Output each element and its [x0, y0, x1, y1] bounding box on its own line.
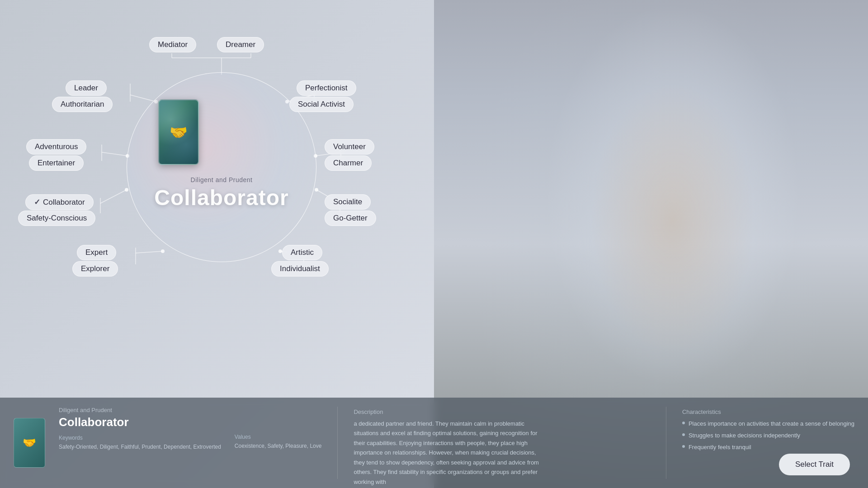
characteristic-item-3: Frequently feels tranquil	[682, 443, 854, 451]
trait-node-mediator[interactable]: Mediator	[149, 37, 196, 52]
characteristics-label: Characteristics	[682, 408, 854, 415]
trait-node-explorer[interactable]: Explorer	[72, 261, 118, 277]
panel-identity-section: Diligent and Prudent Collaborator Keywor…	[59, 407, 221, 479]
panel-card-title: Collaborator	[59, 415, 221, 429]
svg-line-23	[136, 251, 163, 253]
svg-line-11	[102, 152, 127, 156]
char-bullet-2	[682, 433, 685, 436]
panel-card-subtitle: Diligent and Prudent	[59, 407, 221, 413]
values-value: Coexistence, Safety, Pleasure, Love	[235, 442, 322, 450]
trait-node-social-activist[interactable]: Social Activist	[289, 97, 354, 112]
center-title: Collaborator	[122, 185, 321, 210]
panel-divider-1	[337, 407, 338, 479]
characteristic-text-1: Places importance on activities that cre…	[689, 420, 854, 428]
trait-node-adventurous[interactable]: Adventurous	[26, 139, 86, 155]
characteristic-item-2: Struggles to make decisions independentl…	[682, 432, 854, 440]
trait-node-go-getter[interactable]: Go-Getter	[325, 211, 376, 226]
trait-map: 🤝 Diligent and Prudent Collaborator Medi…	[0, 0, 434, 289]
trait-node-authoritarian[interactable]: Authoritarian	[52, 97, 113, 112]
trait-node-entertainer[interactable]: Entertainer	[29, 155, 84, 171]
characteristic-text-2: Struggles to make decisions independentl…	[689, 432, 800, 440]
central-circle	[127, 72, 316, 262]
svg-line-5	[130, 95, 156, 102]
char-bullet-1	[682, 422, 685, 424]
keywords-value: Safety-Oriented, Diligent, Faithful, Pru…	[59, 443, 221, 451]
panel-values-section: Values Coexistence, Safety, Pleasure, Lo…	[235, 407, 322, 479]
select-trait-button[interactable]: Select Trait	[779, 454, 850, 475]
panel-description-section: Description a dedicated partner and frie…	[354, 407, 650, 479]
trait-node-collaborator[interactable]: Collaborator	[25, 194, 94, 210]
trait-node-charmer[interactable]: Charmer	[325, 155, 372, 171]
trait-node-leader[interactable]: Leader	[66, 80, 107, 96]
card-icon: 🤝	[170, 124, 188, 141]
panel-card-thumbnail: 🤝	[14, 418, 45, 468]
trait-node-safety-conscious[interactable]: Safety-Conscious	[18, 211, 95, 226]
bottom-panel: 🤝 Diligent and Prudent Collaborator Keyw…	[0, 398, 868, 488]
trait-node-artistic[interactable]: Artistic	[282, 245, 322, 260]
char-bullet-3	[682, 445, 685, 448]
svg-point-28	[278, 249, 282, 253]
description-label: Description	[354, 408, 650, 415]
trait-node-perfectionist[interactable]: Perfectionist	[297, 80, 356, 96]
panel-card-icon: 🤝	[23, 436, 36, 449]
description-text: a dedicated partner and friend. They mai…	[354, 419, 543, 487]
characteristic-item-1: Places importance on activities that cre…	[682, 420, 854, 428]
trait-card: 🤝	[158, 99, 199, 165]
svg-point-25	[161, 249, 165, 253]
trait-node-socialite[interactable]: Socialite	[325, 194, 371, 210]
center-subtitle: Diligent and Prudent	[122, 176, 321, 183]
trait-node-volunteer[interactable]: Volunteer	[325, 139, 374, 155]
trait-node-dreamer[interactable]: Dreamer	[217, 37, 264, 52]
trait-node-individualist[interactable]: Individualist	[271, 261, 329, 277]
panel-divider-2	[666, 407, 666, 479]
characteristic-text-3: Frequently feels tranquil	[689, 443, 751, 451]
values-label: Values	[235, 434, 322, 440]
keywords-label: Keywords	[59, 435, 221, 441]
trait-node-expert[interactable]: Expert	[77, 245, 116, 260]
